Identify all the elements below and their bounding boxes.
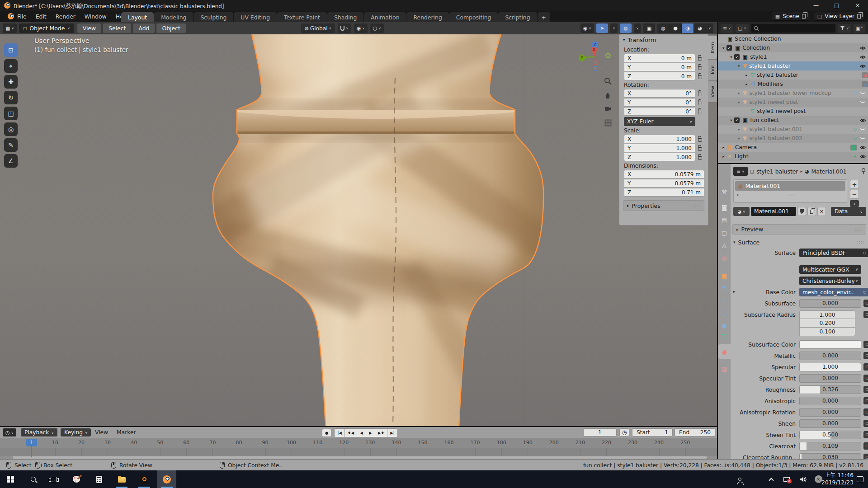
- tab-particles[interactable]: ∴: [719, 295, 730, 305]
- animate-dot-button[interactable]: ○: [863, 420, 868, 427]
- lock-icon[interactable]: [695, 56, 704, 61]
- tab-material[interactable]: ◕: [718, 344, 731, 359]
- workspace-tab-compositing[interactable]: Compositing: [449, 12, 498, 22]
- breadcrumb-material[interactable]: Material.001: [811, 168, 847, 175]
- taskbar-clock[interactable]: 上午 11:46 2019/12/23: [821, 472, 854, 486]
- workspace-tab-uv-editing[interactable]: UV Editing: [234, 12, 277, 22]
- workspace-tab-sculpting[interactable]: Sculpting: [194, 12, 234, 22]
- rotation-mode-dropdown[interactable]: XYZ Euler∨: [624, 117, 695, 126]
- navigation-gizmo[interactable]: Z Y X: [579, 41, 611, 72]
- animate-dot-button[interactable]: ○: [863, 341, 868, 348]
- transform-field-y[interactable]: Y0 m: [624, 63, 695, 71]
- tab-object-data[interactable]: ▽: [719, 330, 730, 341]
- slider-sheen[interactable]: 0.000: [799, 419, 861, 428]
- slider-roughness[interactable]: 0.326: [799, 385, 861, 394]
- transform-field-z[interactable]: Z0°: [624, 107, 695, 116]
- lock-icon[interactable]: [695, 109, 704, 114]
- expander-icon[interactable]: ▾: [736, 64, 742, 68]
- slider-metallic[interactable]: 0.000: [799, 352, 861, 360]
- viewport-3d[interactable]: ▦∨ ◻ Object Mode ∨ ViewSelectAddObject ◍…: [0, 22, 717, 426]
- tool-select-box[interactable]: ⊡: [4, 43, 18, 57]
- people-tray-icon[interactable]: [734, 470, 745, 488]
- jump-to-end-button[interactable]: ▶|: [387, 429, 397, 437]
- proportional-editing-button[interactable]: ◉∨: [354, 23, 368, 33]
- sidebar-tab-tool[interactable]: Tool: [708, 60, 717, 80]
- expander-icon[interactable]: ▾: [728, 55, 734, 59]
- tool-move[interactable]: ✚: [4, 75, 18, 89]
- taskbar-search-button[interactable]: [24, 470, 42, 488]
- workspace-tab-shading[interactable]: Shading: [327, 12, 363, 22]
- eye-open-icon[interactable]: [857, 155, 868, 159]
- expander-icon[interactable]: ▸: [721, 145, 726, 150]
- eye-closed-icon[interactable]: [857, 137, 868, 140]
- outliner-row[interactable]: ▾✓▣Collection: [718, 43, 868, 52]
- maximize-button[interactable]: □: [826, 0, 847, 11]
- timeline-scrollbar[interactable]: [0, 456, 717, 459]
- tool-measure[interactable]: ∠: [4, 154, 18, 168]
- animate-dot-button[interactable]: ○: [863, 397, 868, 404]
- material-name-field[interactable]: Material.001: [751, 207, 796, 216]
- outliner-row[interactable]: ▽style1 newel post: [718, 107, 868, 116]
- lock-icon[interactable]: [695, 145, 704, 151]
- new-collection-button[interactable]: ▣⁺: [854, 24, 865, 33]
- eye-open-icon[interactable]: [857, 145, 868, 150]
- value-field[interactable]: 1.000: [799, 310, 855, 319]
- animate-dot-button[interactable]: ○: [863, 363, 868, 371]
- sidebar-tab-view[interactable]: View: [708, 81, 717, 102]
- outliner-row[interactable]: ▾✓▣fun collect: [718, 116, 868, 125]
- checkbox-icon[interactable]: ✓: [734, 117, 740, 123]
- menu-render[interactable]: Render: [51, 11, 80, 22]
- xray-toggle[interactable]: ▣: [643, 23, 655, 33]
- animate-dot-button[interactable]: ○: [863, 408, 868, 416]
- playback-dropdown[interactable]: Playback∨: [21, 428, 57, 436]
- eye-open-icon[interactable]: [857, 46, 868, 50]
- tab-output[interactable]: ▤: [719, 215, 730, 225]
- lock-icon[interactable]: [695, 91, 704, 96]
- unlink-material-button[interactable]: ×: [817, 207, 826, 216]
- browse-material-button[interactable]: ◕∨: [733, 207, 750, 216]
- expander-icon[interactable]: ▸: [736, 136, 742, 141]
- tab-scene[interactable]: ◬: [719, 239, 730, 250]
- lock-icon[interactable]: [695, 74, 704, 79]
- slider-clearcoat[interactable]: 0.109: [799, 442, 861, 450]
- outliner-row[interactable]: ▣Scene Collection: [718, 34, 868, 43]
- scrollbar-thumb[interactable]: [13, 456, 707, 459]
- tool-scale[interactable]: ◰: [4, 107, 18, 120]
- action-center-icon[interactable]: [857, 476, 863, 482]
- panel-drag-handle[interactable]: ::::: [697, 38, 704, 42]
- outliner-row[interactable]: ▾✓▣style1: [718, 52, 868, 61]
- field-surface[interactable]: Principled BSDF○: [799, 249, 868, 257]
- workspace-tab-scripting[interactable]: Scripting: [498, 12, 537, 22]
- tab-modifiers[interactable]: ⚙: [719, 282, 730, 293]
- viewport-menu-object[interactable]: Object: [156, 23, 185, 33]
- tab-tool[interactable]: ⚒: [719, 186, 730, 197]
- timeline-ruler[interactable]: 1020304050607080901001101201301401501601…: [0, 438, 717, 448]
- mode-dropdown[interactable]: ◻ Object Mode ∨: [19, 23, 74, 33]
- transform-field-y[interactable]: Y0.0579 m: [624, 179, 704, 188]
- expander-icon[interactable]: ▾: [728, 118, 734, 122]
- add-slot-button[interactable]: +: [850, 180, 859, 189]
- tool-annotate[interactable]: ✎: [4, 138, 18, 152]
- perspective-toggle-icon[interactable]: [603, 118, 613, 128]
- slider-specular[interactable]: 1.000: [799, 363, 861, 371]
- material-slot-item[interactable]: ◕ Material.001: [735, 181, 845, 191]
- outliner-row[interactable]: ▾▼style1 baluster: [718, 61, 868, 70]
- new-scene-icon[interactable]: [802, 14, 806, 19]
- pan-hand-icon[interactable]: [603, 90, 613, 100]
- object-type-visibility-dropdown[interactable]: ◉∨: [580, 23, 594, 33]
- breadcrumb-object[interactable]: style1 baluster: [756, 168, 798, 175]
- viewport-menu-select[interactable]: Select: [103, 23, 131, 33]
- color-swatch[interactable]: [799, 340, 861, 349]
- camera-view-icon[interactable]: [603, 104, 613, 114]
- eye-open-icon[interactable]: [857, 55, 868, 59]
- menu-edit[interactable]: Edit: [31, 11, 51, 22]
- start-button[interactable]: [1, 470, 20, 488]
- transform-field-x[interactable]: X0.0579 m: [624, 170, 704, 178]
- workspace-tab-rendering[interactable]: Rendering: [406, 12, 448, 22]
- record-button[interactable]: ●: [322, 429, 331, 437]
- timeline-view-menu[interactable]: View: [92, 429, 111, 436]
- start-frame-field[interactable]: Start1: [632, 428, 673, 436]
- properties-collapsed-panel[interactable]: ▸ Properties ::::: [623, 200, 704, 211]
- expander-icon[interactable]: ▸: [736, 100, 742, 104]
- properties-editor-type-button[interactable]: ≡∨: [733, 167, 748, 176]
